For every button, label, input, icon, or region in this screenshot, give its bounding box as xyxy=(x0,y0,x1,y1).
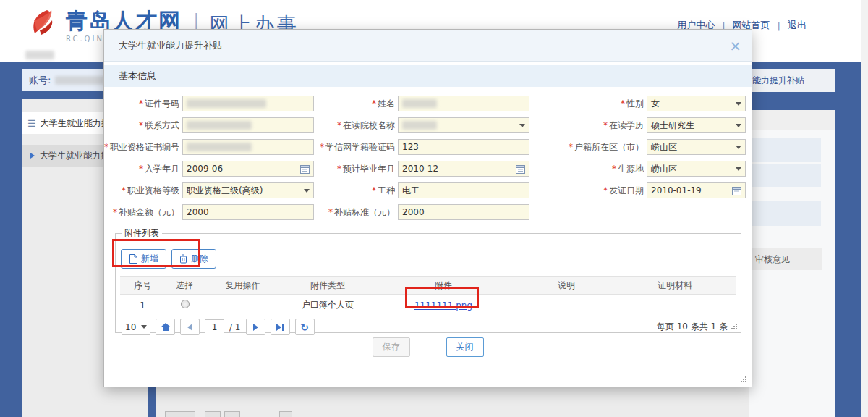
degree-select[interactable]: 硕士研究生 xyxy=(647,117,746,133)
required-mark: * xyxy=(113,207,117,217)
browser-scrollbar[interactable] xyxy=(861,0,868,417)
household-district-select[interactable]: 崂山区 xyxy=(647,139,746,155)
chevron-down-icon xyxy=(736,124,741,130)
calendar-icon[interactable] xyxy=(300,164,310,174)
col-header-select: 选择 xyxy=(165,279,205,292)
dialog-resize-handle[interactable] xyxy=(741,376,747,383)
dialog-titlebar: 大学生就业能力提升补贴 × xyxy=(104,30,752,62)
first-page-button[interactable] xyxy=(156,319,175,335)
cert-book-number-input[interactable] xyxy=(182,139,314,155)
menu-icon: ☰ xyxy=(27,118,36,129)
sidebar-menu-title: 大学生就业能力提 xyxy=(41,117,103,130)
prev-page-button[interactable] xyxy=(180,319,200,335)
refresh-button[interactable]: ↻ xyxy=(295,319,315,335)
required-mark: * xyxy=(328,207,333,217)
enroll-month-label: *入学年月 xyxy=(104,163,179,175)
page-size-value: 10 xyxy=(125,322,136,332)
name-input[interactable] xyxy=(398,96,529,111)
nav-logout-link[interactable]: 退出 xyxy=(788,19,807,32)
required-mark: * xyxy=(603,185,608,195)
close-icon[interactable]: × xyxy=(729,38,741,53)
sidebar-item-label: 大学生就业能力提 xyxy=(40,150,103,162)
required-mark: * xyxy=(621,98,625,109)
input-value: 2000 xyxy=(402,207,425,217)
save-button[interactable]: 保存 xyxy=(373,337,410,357)
subsidy-standard-label: *补贴标准（元） xyxy=(320,206,395,219)
issue-date-label: *发证日期 xyxy=(535,185,644,197)
required-mark: * xyxy=(337,120,341,130)
input-value: 2000 xyxy=(187,207,209,217)
select-value: 崂山区 xyxy=(651,141,677,153)
subsidy-standard-input[interactable]: 2000 xyxy=(398,204,529,220)
row-radio[interactable] xyxy=(181,300,190,308)
attachment-row: 1 户口簿个人页 1111111.png xyxy=(120,295,736,316)
school-select[interactable] xyxy=(398,117,529,133)
review-opinion-label: 审核意见 xyxy=(752,248,822,270)
cert-number-input[interactable] xyxy=(182,96,314,111)
col-header-file: 附件 xyxy=(375,279,512,292)
page-number-input[interactable] xyxy=(205,319,224,334)
redacted-value xyxy=(187,99,266,108)
chevron-down-icon xyxy=(519,124,525,130)
xuexin-code-input[interactable]: 123 xyxy=(398,139,529,155)
required-mark: * xyxy=(139,98,143,109)
label-text: 预计毕业年月 xyxy=(343,164,395,174)
last-page-button[interactable] xyxy=(271,319,290,335)
right-edge-strip xyxy=(835,62,861,417)
school-label: *在读院校名称 xyxy=(320,119,395,132)
attachment-table: 序号 选择 复用操作 附件类型 附件 说明 证明材料 1 户口簿个人页 1111… xyxy=(120,276,736,316)
label-text: 证件号码 xyxy=(145,98,179,109)
table-resize-handle[interactable] xyxy=(731,324,738,330)
delete-attachment-button[interactable]: 删除 xyxy=(171,249,216,269)
redacted-value xyxy=(187,143,252,151)
input-value: 2010-01-19 xyxy=(651,185,702,195)
calendar-icon[interactable] xyxy=(516,164,525,174)
section-title: 基本信息 xyxy=(119,70,156,83)
cert-level-select[interactable]: 职业资格三级(高级) xyxy=(182,182,314,198)
graduate-month-date-input[interactable]: 2010-12 xyxy=(398,161,529,177)
close-button[interactable]: 关闭 xyxy=(446,337,484,357)
col-header-proof: 证明材料 xyxy=(621,279,729,292)
bg-partial-button xyxy=(205,411,221,417)
subsidy-amount-input[interactable]: 2000 xyxy=(182,204,314,220)
account-label: 账号: xyxy=(29,74,51,87)
label-text: 性别 xyxy=(626,98,644,109)
calendar-icon[interactable] xyxy=(732,186,741,195)
contact-input[interactable] xyxy=(182,117,314,133)
chevron-down-icon xyxy=(304,189,310,195)
required-mark: * xyxy=(139,164,143,174)
label-text: 职业资格等级 xyxy=(127,185,179,195)
gender-select[interactable]: 女 xyxy=(647,96,746,111)
background-tab-label: 能力提升补贴 xyxy=(752,75,804,87)
page-size-select[interactable]: 10 xyxy=(122,319,150,335)
enroll-month-date-input[interactable]: 2009-06 xyxy=(182,161,314,177)
attachment-table-header: 序号 选择 复用操作 附件类型 附件 说明 证明材料 xyxy=(120,276,736,295)
issue-date-input[interactable]: 2010-01-19 xyxy=(647,182,746,198)
required-mark: * xyxy=(569,142,573,152)
xuexin-code-label: *学信网学籍验证码 xyxy=(320,141,395,153)
col-header-type: 附件类型 xyxy=(281,279,375,292)
job-type-input[interactable]: 电工 xyxy=(398,182,529,198)
label-text: 入学年月 xyxy=(145,164,179,174)
sidebar-menu-header[interactable]: ☰ 大学生就业能力提 xyxy=(22,112,103,134)
refresh-icon: ↻ xyxy=(300,322,309,332)
label-text: 学信网学籍验证码 xyxy=(326,142,395,152)
input-value: 电工 xyxy=(402,185,420,197)
contact-label: *联系方式 xyxy=(104,119,179,132)
section-basic-info-header: 基本信息 xyxy=(104,65,752,87)
sidebar-item-subsidy[interactable]: 大学生就业能力提 xyxy=(22,145,103,167)
origin-select[interactable]: 崂山区 xyxy=(647,161,746,177)
required-mark: * xyxy=(372,185,376,195)
form-row: *入学年月 2009-06 *预计毕业年月 2010-12 *生源地 崂山区 xyxy=(104,158,752,180)
button-label: 删除 xyxy=(191,253,208,265)
next-page-button[interactable] xyxy=(246,319,265,335)
add-attachment-button[interactable]: 新增 xyxy=(121,249,166,269)
left-edge-strip xyxy=(0,62,22,417)
required-mark: * xyxy=(372,98,376,109)
label-text: 补贴标准（元） xyxy=(334,207,395,217)
attachment-file-link[interactable]: 1111111.png xyxy=(414,300,472,311)
chevron-down-icon xyxy=(736,102,741,109)
arrow-last-bar xyxy=(282,324,284,331)
background-tab-subsidy[interactable]: 能力提升补贴 xyxy=(749,69,835,92)
col-header-note: 说明 xyxy=(512,279,621,292)
